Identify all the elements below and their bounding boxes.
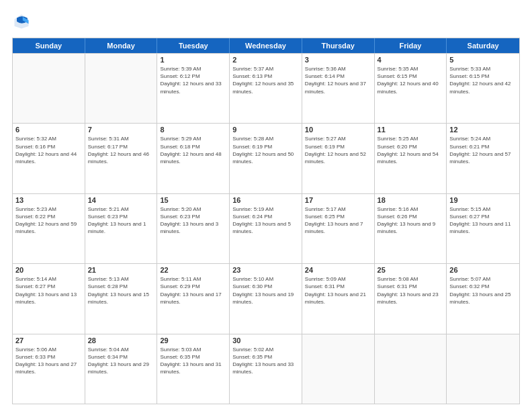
day-number: 15 xyxy=(160,196,226,204)
calendar-cell-29: 29Sunrise: 5:03 AMSunset: 6:35 PMDayligh… xyxy=(157,334,230,404)
day-info: Sunrise: 5:20 AMSunset: 6:23 PMDaylight:… xyxy=(160,205,226,236)
calendar-week-2: 13Sunrise: 5:23 AMSunset: 6:22 PMDayligh… xyxy=(13,193,519,263)
day-info: Sunrise: 5:35 AMSunset: 6:15 PMDaylight:… xyxy=(378,65,444,95)
day-info: Sunrise: 5:37 AMSunset: 6:13 PMDaylight:… xyxy=(232,65,299,95)
day-info: Sunrise: 5:16 AMSunset: 6:26 PMDaylight:… xyxy=(378,205,444,236)
day-info: Sunrise: 5:07 AMSunset: 6:32 PMDaylight:… xyxy=(449,275,517,306)
day-info: Sunrise: 5:28 AMSunset: 6:19 PMDaylight:… xyxy=(232,135,299,165)
day-info: Sunrise: 5:29 AMSunset: 6:18 PMDaylight:… xyxy=(160,135,226,165)
day-number: 17 xyxy=(305,196,371,204)
day-number: 12 xyxy=(449,126,517,134)
calendar-cell-24: 24Sunrise: 5:09 AMSunset: 6:31 PMDayligh… xyxy=(302,264,375,333)
day-number: 4 xyxy=(378,56,444,64)
day-info: Sunrise: 5:24 AMSunset: 6:21 PMDaylight:… xyxy=(449,135,517,165)
day-number: 30 xyxy=(232,336,299,345)
calendar-cell-14: 14Sunrise: 5:21 AMSunset: 6:23 PMDayligh… xyxy=(85,194,158,263)
day-number: 9 xyxy=(232,126,299,134)
day-info: Sunrise: 5:36 AMSunset: 6:14 PMDaylight:… xyxy=(305,65,371,95)
calendar-cell-empty xyxy=(302,334,375,404)
day-number: 18 xyxy=(378,196,444,204)
day-number: 16 xyxy=(232,196,299,204)
day-number: 29 xyxy=(160,336,226,345)
day-number: 25 xyxy=(378,266,444,274)
header-day-sunday: Sunday xyxy=(13,38,85,53)
header-day-thursday: Thursday xyxy=(302,38,375,53)
calendar-cell-1: 1Sunrise: 5:39 AMSunset: 6:12 PMDaylight… xyxy=(157,54,230,123)
calendar-cell-17: 17Sunrise: 5:17 AMSunset: 6:25 PMDayligh… xyxy=(302,194,375,263)
day-info: Sunrise: 5:09 AMSunset: 6:31 PMDaylight:… xyxy=(305,275,371,306)
calendar-cell-empty xyxy=(13,54,85,123)
calendar-cell-18: 18Sunrise: 5:16 AMSunset: 6:26 PMDayligh… xyxy=(375,194,447,263)
day-number: 11 xyxy=(378,126,444,134)
header-day-monday: Monday xyxy=(85,38,158,53)
calendar-cell-16: 16Sunrise: 5:19 AMSunset: 6:24 PMDayligh… xyxy=(230,194,302,263)
calendar-cell-21: 21Sunrise: 5:13 AMSunset: 6:28 PMDayligh… xyxy=(85,264,158,333)
logo-icon xyxy=(12,12,31,31)
calendar-cell-empty xyxy=(85,54,158,123)
calendar-cell-27: 27Sunrise: 5:06 AMSunset: 6:33 PMDayligh… xyxy=(13,334,85,404)
day-info: Sunrise: 5:27 AMSunset: 6:19 PMDaylight:… xyxy=(305,135,371,165)
day-number: 28 xyxy=(88,336,154,345)
day-number: 6 xyxy=(15,126,82,134)
calendar-cell-4: 4Sunrise: 5:35 AMSunset: 6:15 PMDaylight… xyxy=(375,54,447,123)
day-number: 27 xyxy=(15,336,82,345)
calendar-cell-15: 15Sunrise: 5:20 AMSunset: 6:23 PMDayligh… xyxy=(157,194,230,263)
calendar-cell-11: 11Sunrise: 5:25 AMSunset: 6:20 PMDayligh… xyxy=(375,124,447,193)
calendar-cell-19: 19Sunrise: 5:15 AMSunset: 6:27 PMDayligh… xyxy=(447,194,519,263)
header-day-wednesday: Wednesday xyxy=(230,38,302,53)
calendar-cell-3: 3Sunrise: 5:36 AMSunset: 6:14 PMDaylight… xyxy=(302,54,375,123)
day-number: 10 xyxy=(305,126,371,134)
calendar-body: 1Sunrise: 5:39 AMSunset: 6:12 PMDaylight… xyxy=(13,53,519,404)
calendar-cell-5: 5Sunrise: 5:33 AMSunset: 6:15 PMDaylight… xyxy=(447,54,519,123)
calendar-cell-8: 8Sunrise: 5:29 AMSunset: 6:18 PMDaylight… xyxy=(157,124,230,193)
day-number: 7 xyxy=(88,126,154,134)
day-number: 21 xyxy=(88,266,154,274)
calendar-week-3: 20Sunrise: 5:14 AMSunset: 6:27 PMDayligh… xyxy=(13,263,519,333)
day-info: Sunrise: 5:33 AMSunset: 6:15 PMDaylight:… xyxy=(449,65,517,95)
day-number: 22 xyxy=(160,266,226,274)
day-number: 1 xyxy=(160,56,226,64)
day-info: Sunrise: 5:13 AMSunset: 6:28 PMDaylight:… xyxy=(88,275,154,306)
day-info: Sunrise: 5:11 AMSunset: 6:29 PMDaylight:… xyxy=(160,275,226,306)
day-number: 3 xyxy=(305,56,371,64)
calendar-cell-25: 25Sunrise: 5:08 AMSunset: 6:31 PMDayligh… xyxy=(375,264,447,333)
calendar-cell-9: 9Sunrise: 5:28 AMSunset: 6:19 PMDaylight… xyxy=(230,124,302,193)
calendar-cell-12: 12Sunrise: 5:24 AMSunset: 6:21 PMDayligh… xyxy=(447,124,519,193)
day-info: Sunrise: 5:31 AMSunset: 6:17 PMDaylight:… xyxy=(88,135,154,165)
day-info: Sunrise: 5:10 AMSunset: 6:30 PMDaylight:… xyxy=(232,275,299,306)
day-info: Sunrise: 5:02 AMSunset: 6:35 PMDaylight:… xyxy=(232,346,299,376)
calendar-cell-28: 28Sunrise: 5:04 AMSunset: 6:34 PMDayligh… xyxy=(85,334,158,404)
calendar-cell-empty xyxy=(375,334,447,404)
day-info: Sunrise: 5:06 AMSunset: 6:33 PMDaylight:… xyxy=(15,346,82,376)
day-number: 14 xyxy=(88,196,154,204)
header xyxy=(12,12,520,31)
day-number: 20 xyxy=(15,266,82,274)
calendar-cell-2: 2Sunrise: 5:37 AMSunset: 6:13 PMDaylight… xyxy=(230,54,302,123)
day-info: Sunrise: 5:04 AMSunset: 6:34 PMDaylight:… xyxy=(88,346,154,376)
header-day-tuesday: Tuesday xyxy=(157,38,230,53)
calendar-cell-empty xyxy=(447,334,519,404)
calendar-cell-13: 13Sunrise: 5:23 AMSunset: 6:22 PMDayligh… xyxy=(13,194,85,263)
header-day-friday: Friday xyxy=(375,38,447,53)
calendar-cell-6: 6Sunrise: 5:32 AMSunset: 6:16 PMDaylight… xyxy=(13,124,85,193)
day-info: Sunrise: 5:21 AMSunset: 6:23 PMDaylight:… xyxy=(88,205,154,236)
day-number: 8 xyxy=(160,126,226,134)
logo xyxy=(12,12,34,31)
day-number: 5 xyxy=(449,56,517,64)
day-number: 26 xyxy=(449,266,517,274)
day-info: Sunrise: 5:08 AMSunset: 6:31 PMDaylight:… xyxy=(378,275,444,306)
calendar: SundayMondayTuesdayWednesdayThursdayFrid… xyxy=(12,38,520,404)
day-number: 23 xyxy=(232,266,299,274)
calendar-cell-30: 30Sunrise: 5:02 AMSunset: 6:35 PMDayligh… xyxy=(230,334,302,404)
calendar-cell-7: 7Sunrise: 5:31 AMSunset: 6:17 PMDaylight… xyxy=(85,124,158,193)
calendar-week-4: 27Sunrise: 5:06 AMSunset: 6:33 PMDayligh… xyxy=(13,334,519,404)
day-info: Sunrise: 5:14 AMSunset: 6:27 PMDaylight:… xyxy=(15,275,82,306)
calendar-cell-22: 22Sunrise: 5:11 AMSunset: 6:29 PMDayligh… xyxy=(157,264,230,333)
calendar-cell-20: 20Sunrise: 5:14 AMSunset: 6:27 PMDayligh… xyxy=(13,264,85,333)
day-info: Sunrise: 5:32 AMSunset: 6:16 PMDaylight:… xyxy=(15,135,82,165)
day-number: 24 xyxy=(305,266,371,274)
calendar-cell-26: 26Sunrise: 5:07 AMSunset: 6:32 PMDayligh… xyxy=(447,264,519,333)
page: SundayMondayTuesdayWednesdayThursdayFrid… xyxy=(0,0,532,411)
day-info: Sunrise: 5:03 AMSunset: 6:35 PMDaylight:… xyxy=(160,346,226,376)
calendar-cell-10: 10Sunrise: 5:27 AMSunset: 6:19 PMDayligh… xyxy=(302,124,375,193)
